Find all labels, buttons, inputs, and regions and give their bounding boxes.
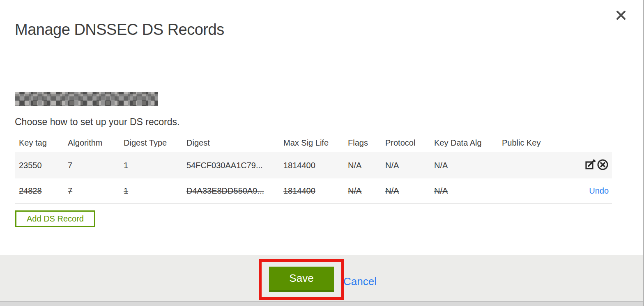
column-header-flags: Flags xyxy=(344,134,381,152)
save-button[interactable]: Save xyxy=(269,267,334,292)
column-header-public-key: Public Key xyxy=(498,134,559,152)
cell-algorithm: 7 xyxy=(68,161,72,170)
column-header-key-data-alg: Key Data Alg xyxy=(430,134,498,152)
instruction-text: Choose how to set up your DS records. xyxy=(15,116,179,128)
column-header-algorithm: Algorithm xyxy=(64,134,120,152)
table-row: 23550 7 1 54FCF030AA1C79... 1814400 N/A … xyxy=(15,152,612,179)
column-header-key-tag: Key tag xyxy=(15,134,64,152)
cancel-link[interactable]: Cancel xyxy=(343,275,377,288)
domain-name-redacted xyxy=(15,92,158,106)
cell-flags: N/A xyxy=(348,186,361,195)
cell-algorithm: 7 xyxy=(68,186,72,195)
cell-protocol: N/A xyxy=(385,161,399,170)
ds-records-table: Key tag Algorithm Digest Type Digest Max… xyxy=(15,134,612,203)
cell-max-sig-life: 1814400 xyxy=(283,186,315,195)
table-header-row: Key tag Algorithm Digest Type Digest Max… xyxy=(15,134,612,152)
cell-protocol: N/A xyxy=(385,186,399,195)
close-icon xyxy=(616,10,628,21)
column-header-max-sig-life: Max Sig Life xyxy=(279,134,344,152)
window-bottom-edge xyxy=(0,302,644,306)
cell-flags: N/A xyxy=(348,161,361,170)
page-title: Manage DNSSEC DS Records xyxy=(15,21,224,39)
column-header-digest-type: Digest Type xyxy=(120,134,182,152)
column-header-actions xyxy=(559,134,612,152)
dialog-window: Manage DNSSEC DS Records Choose how to s… xyxy=(0,0,644,306)
undo-link[interactable]: Undo xyxy=(589,186,609,195)
cell-digest: D4A33E8DD550A9... xyxy=(186,186,264,195)
edit-icon xyxy=(585,165,596,171)
table-row-deleted: 24828 7 1 D4A33E8DD550A9... 1814400 N/A … xyxy=(15,178,612,203)
dialog-footer: Save Cancel xyxy=(0,255,644,301)
cell-key-data-alg: N/A xyxy=(434,161,448,170)
cell-digest-type: 1 xyxy=(124,161,128,170)
column-header-protocol: Protocol xyxy=(381,134,430,152)
close-button[interactable] xyxy=(616,9,628,21)
annotation-highlight-red-box: Save xyxy=(259,259,344,300)
edit-record-button[interactable] xyxy=(585,159,596,171)
cell-key-tag: 23550 xyxy=(19,161,42,170)
cell-digest: 54FCF030AA1C79... xyxy=(186,161,263,170)
cell-key-data-alg: N/A xyxy=(434,186,448,195)
column-header-digest: Digest xyxy=(182,134,279,152)
cell-key-tag: 24828 xyxy=(19,186,42,195)
cell-digest-type: 1 xyxy=(124,186,128,195)
delete-icon xyxy=(597,166,609,172)
delete-record-button[interactable] xyxy=(597,159,609,172)
cell-max-sig-life: 1814400 xyxy=(283,161,315,170)
add-ds-record-button[interactable]: Add DS Record xyxy=(15,210,95,227)
